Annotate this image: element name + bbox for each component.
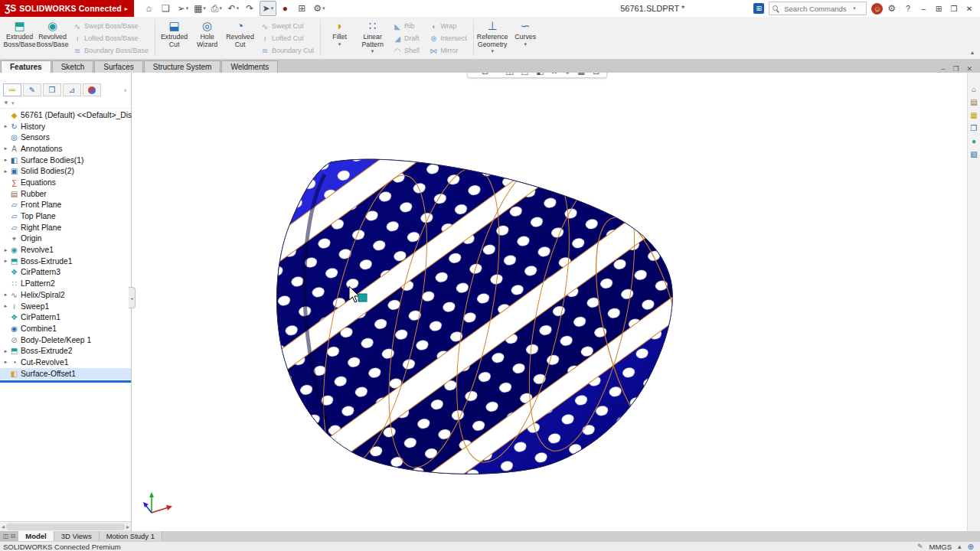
view-palette-icon[interactable]: ❒	[971, 124, 978, 133]
section-view-icon[interactable]: ◫▾	[506, 73, 517, 76]
shell-button[interactable]: ◠ Shell	[390, 45, 422, 56]
tab-structure-system[interactable]: Structure System	[144, 60, 221, 73]
extruded-cut-button[interactable]: ⬓ Extruded Cut	[158, 18, 191, 58]
reference-geometry-button[interactable]: ⊥ Reference Geometry ▾	[476, 18, 509, 58]
wrap-button[interactable]: ◖ Wrap	[426, 21, 469, 31]
expand-arrow-icon[interactable]: ▸	[2, 168, 9, 174]
tree-horizontal-scrollbar[interactable]: ◂ ▸	[0, 521, 131, 531]
tree-item[interactable]: ◎ Sensors	[0, 132, 131, 143]
expand-arrow-icon[interactable]: ▸	[2, 292, 9, 298]
tree-item[interactable]: ∑ Equations	[0, 177, 131, 188]
hide-show-items-icon[interactable]: ∞▾	[551, 73, 560, 76]
tree-item[interactable]: ▱ Right Plane	[0, 222, 131, 233]
edit-appearance-icon[interactable]: ●▾	[565, 73, 573, 76]
tab-motion-study-1[interactable]: Motion Study 1	[100, 531, 162, 541]
tree-item[interactable]: ▸ A Annotations	[0, 143, 131, 155]
tab-sketch[interactable]: Sketch	[52, 60, 94, 73]
resources-icon[interactable]: ⌂	[972, 85, 976, 94]
doc-minimize-button[interactable]: –	[941, 65, 945, 73]
tree-item[interactable]: ▱ Top Plane	[0, 210, 131, 222]
expand-arrow-icon[interactable]: ▸	[2, 145, 9, 152]
search-input[interactable]	[782, 4, 850, 14]
window-layout-button[interactable]: ⊞	[931, 1, 946, 16]
expand-arrow-icon[interactable]: ▸	[2, 247, 9, 253]
zoom-area-icon[interactable]: ⊡	[482, 73, 489, 76]
expand-arrow-icon[interactable]: ▸	[2, 348, 9, 354]
apply-scene-icon[interactable]: ▦▾	[577, 73, 588, 76]
reference-geometry-caret-icon[interactable]: ▾	[491, 48, 494, 54]
draft-button[interactable]: ◢ Draft	[390, 33, 422, 44]
lofted-cut-button[interactable]: ≀ Lofted Cut	[258, 33, 316, 44]
search-caret-icon[interactable]: ▾	[853, 5, 856, 11]
tree-item[interactable]: ▸ ↻ History	[0, 121, 131, 132]
new-document-icon[interactable]: ❏	[158, 2, 174, 15]
tree-item[interactable]: ❖ CirPattern1	[0, 311, 131, 323]
doc-restore-button[interactable]: ❐	[952, 65, 959, 73]
tree-filter-row[interactable]: ▼ ▾	[0, 98, 131, 109]
undo-icon[interactable]: ↶▾	[226, 2, 241, 15]
tree-item[interactable]: ▸ ◉ Revolve1	[0, 244, 131, 256]
tree-item[interactable]: ∷ LPattern2	[0, 278, 131, 289]
tree-item[interactable]: ▸ ⬒ Boss-Extrude1	[0, 256, 131, 267]
design-library-icon[interactable]: ▤	[970, 98, 977, 107]
tree-item[interactable]: ▸ ◧ Surface Bodies(1)	[0, 155, 131, 166]
units-caret-icon[interactable]: ▴	[958, 543, 962, 550]
revolved-cut-button[interactable]: ◔ Revolved Cut	[224, 18, 256, 58]
extruded-boss-base-button[interactable]: ⬒ Extruded Boss/Base	[3, 18, 36, 58]
rollback-bar[interactable]	[0, 380, 131, 383]
tree-item[interactable]: ⊘ Body-Delete/Keep 1	[0, 334, 131, 346]
tree-item[interactable]: ◉ Combine1	[0, 323, 131, 334]
ribbon-collapse-icon[interactable]: ▴	[971, 49, 974, 56]
single-view-icon[interactable]: ⊟	[11, 533, 16, 540]
tree-item[interactable]: ▸ ⬒ Boss-Extrude2	[0, 345, 131, 357]
home-icon[interactable]: ⌂	[142, 2, 157, 15]
tree-item[interactable]: ▸ ◔ Cut-Revolve1	[0, 357, 131, 368]
file-explorer-icon[interactable]: ▦	[970, 111, 977, 120]
panel-expand-button[interactable]: ›	[124, 86, 129, 94]
lofted-boss-base-button[interactable]: ≀ Lofted Boss/Base	[70, 33, 151, 44]
display-style-icon[interactable]: ◧▾	[536, 73, 547, 76]
linear-pattern-button[interactable]: ∷ Linear Pattern ▾	[356, 18, 389, 58]
linear-pattern-caret-icon[interactable]: ▾	[371, 48, 374, 54]
maximize-button[interactable]: ❐	[946, 1, 962, 16]
graphics-viewport[interactable]: ⌖ ⊡ ↶ ◫▾ ⬒▾	[132, 73, 967, 531]
units-selector[interactable]: MMGS	[929, 543, 952, 551]
curves-caret-icon[interactable]: ▾	[524, 41, 527, 47]
tree-item[interactable]: ▸ ∿ Helix/Spiral2	[0, 289, 131, 301]
swept-cut-button[interactable]: ∿ Swept Cut	[258, 21, 316, 31]
tree-item[interactable]: ◧ Surface-Offset1	[0, 368, 131, 380]
tree-item[interactable]: ▸ ≀ Sweep1	[0, 301, 131, 312]
tab-weldments[interactable]: Weldments	[221, 60, 278, 73]
view-orientation-icon[interactable]: ⬒▾	[521, 73, 531, 76]
boundary-boss-base-button[interactable]: ≋ Boundary Boss/Base	[70, 45, 151, 56]
print-icon[interactable]: ⎙▾	[209, 2, 224, 15]
help-button[interactable]: ?	[900, 1, 916, 16]
propertymanager-tab-icon[interactable]: ✎	[23, 83, 41, 96]
tab-features[interactable]: Features	[1, 60, 51, 73]
mirror-button[interactable]: ⋈ Mirror	[426, 45, 469, 56]
tree-item[interactable]: ❖ CirPattern3	[0, 267, 131, 279]
expand-arrow-icon[interactable]: ▸	[2, 359, 9, 365]
redo-icon[interactable]: ↷	[243, 2, 258, 15]
evaluate-grid-icon[interactable]: ⊞	[295, 2, 310, 15]
tree-item[interactable]: ◆ 56761 (Default) <<Default>_Display Sta…	[0, 109, 131, 121]
tab-surfaces[interactable]: Surfaces	[94, 60, 142, 73]
expand-arrow-icon[interactable]: ▸	[2, 258, 9, 264]
options-icon[interactable]: ⚙▾	[312, 2, 327, 15]
expand-arrow-icon[interactable]: ▸	[2, 157, 9, 163]
custom-properties-icon[interactable]: ▧	[970, 150, 977, 159]
fillet-caret-icon[interactable]: ▾	[338, 41, 341, 47]
curves-button[interactable]: ∽ Curves ▾	[509, 18, 542, 58]
expand-arrow-icon[interactable]: ▸	[2, 123, 9, 129]
user-avatar[interactable]: ☺	[871, 3, 883, 15]
tree-item[interactable]: ▤ Rubber	[0, 188, 131, 200]
close-button[interactable]: ✕	[962, 1, 977, 16]
select-tool-icon[interactable]: ➤▾	[260, 1, 276, 16]
revolved-boss-base-button[interactable]: ◉ Revolved Boss/Base	[36, 18, 69, 58]
rib-button[interactable]: ◣ Rib	[390, 21, 422, 31]
featuremanager-tab-icon[interactable]: ≔	[3, 83, 21, 96]
expand-arrow-icon[interactable]: ▸	[2, 303, 9, 309]
view-settings-icon[interactable]: ⊟▾	[593, 73, 603, 76]
model-3d[interactable]	[268, 147, 685, 490]
appearances-icon[interactable]: ●	[972, 137, 976, 146]
